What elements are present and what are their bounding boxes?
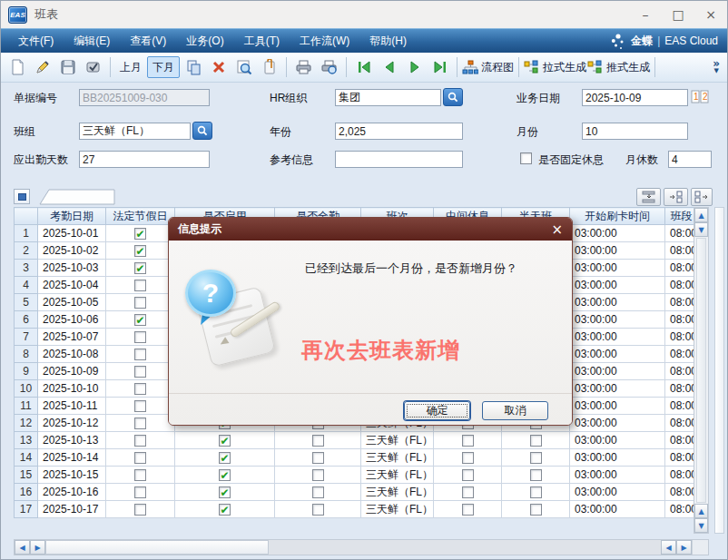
menu-file[interactable]: 文件(F) [8,34,64,49]
checkbox-unchecked[interactable] [312,435,324,447]
checkbox-checked[interactable]: ✔ [219,486,231,498]
edit-button[interactable] [30,55,54,79]
start-card-time-cell[interactable]: 03:00:00 [570,225,665,242]
legal-holiday-checkbox-cell[interactable] [106,329,175,346]
push-generate-button[interactable]: 推式生成 [587,55,650,79]
legal-holiday-checkbox-cell[interactable]: ✔ [106,311,175,329]
checkbox-checked[interactable]: ✔ [219,504,231,516]
team-lookup-button[interactable] [192,122,212,140]
attendance-date-cell[interactable]: 2025-10-01 [38,225,106,242]
half-day-checkbox-cell[interactable] [502,432,570,449]
checkbox-unchecked[interactable] [312,469,324,481]
vertical-scrollbar[interactable]: ▲ ▼ ▲ ▼ [694,207,709,534]
checkbox-unchecked[interactable] [134,452,146,464]
scroll-left-icon[interactable]: ◀ [661,540,676,555]
horizontal-scrollbar[interactable]: ◀ ▶ ◀ ▶ [14,539,709,555]
copy-button[interactable] [181,55,205,79]
checkbox-unchecked[interactable] [530,469,542,481]
legal-holiday-checkbox-cell[interactable]: ✔ [106,225,175,242]
full-attendance-checkbox-cell[interactable] [275,467,361,484]
attendance-date-cell[interactable]: 2025-10-08 [38,346,106,363]
hr-org-field[interactable] [335,89,441,106]
attendance-date-cell[interactable]: 2025-10-05 [38,294,106,311]
attendance-date-cell[interactable]: 2025-10-09 [38,363,106,380]
cancel-button[interactable]: 取消 [482,401,548,420]
legal-holiday-checkbox-cell[interactable] [106,501,175,518]
shift-cell[interactable]: 三天鲜（FL） [361,467,434,484]
detail-tab[interactable] [31,189,116,209]
checkbox-unchecked[interactable] [134,331,146,343]
header-start-card-time[interactable]: 开始刷卡时间 [570,208,665,225]
checkbox-unchecked[interactable] [134,297,146,309]
close-icon[interactable]: × [694,1,727,28]
shift-cell[interactable]: 三天鲜（FL） [361,484,434,501]
checkbox-checked[interactable]: ✔ [134,314,146,326]
pull-generate-button[interactable]: 拉式生成 [524,55,586,79]
start-card-time-cell[interactable]: 03:00:00 [570,294,665,311]
new-button[interactable] [5,55,29,79]
menu-view[interactable]: 查看(V) [120,34,176,49]
scroll-down-icon[interactable]: ▼ [694,518,708,533]
mid-rest-checkbox-cell[interactable] [434,484,502,501]
minimize-icon[interactable]: – [629,1,662,28]
scroll-up-icon[interactable]: ▲ [694,208,708,222]
checkbox-unchecked[interactable] [134,280,146,291]
ok-button[interactable]: 确定 [404,401,470,420]
start-card-time-cell[interactable]: 03:00:00 [570,260,665,277]
checkbox-unchecked[interactable] [530,435,542,447]
checkbox-unchecked[interactable] [462,452,474,464]
checkbox-unchecked[interactable] [134,435,146,447]
scroll-down-icon[interactable]: ▼ [694,222,708,237]
half-day-checkbox-cell[interactable] [502,501,570,518]
attendance-date-cell[interactable]: 2025-10-10 [38,380,106,398]
print-preview-button[interactable] [317,55,341,79]
enabled-checkbox-cell[interactable]: ✔ [175,484,275,501]
legal-holiday-checkbox-cell[interactable]: ✔ [106,242,175,260]
legal-holiday-checkbox-cell[interactable] [106,449,175,467]
hr-org-lookup-button[interactable] [443,88,463,106]
remove-row-button[interactable] [691,188,713,206]
view-button[interactable] [231,55,256,79]
month-rest-field[interactable] [668,151,712,168]
attendance-date-cell[interactable]: 2025-10-03 [38,260,106,277]
prev-month-button[interactable]: 上月 [115,55,146,79]
checkbox-unchecked[interactable] [462,435,474,447]
checkbox-unchecked[interactable] [134,383,146,395]
start-card-time-cell[interactable]: 03:00:00 [570,398,665,415]
start-card-time-cell[interactable]: 03:00:00 [570,329,665,346]
menu-business[interactable]: 业务(O) [176,34,233,49]
checkbox-unchecked[interactable] [134,504,146,516]
start-card-time-cell[interactable]: 03:00:00 [570,277,665,294]
scroll-right-icon[interactable]: ▶ [30,540,45,555]
shift-cell[interactable]: 三天鲜（FL） [361,449,434,467]
full-attendance-checkbox-cell[interactable] [275,484,361,501]
start-card-time-cell[interactable]: 03:00:00 [570,311,665,329]
year-field[interactable] [335,123,463,140]
horizontal-scroll-thumb[interactable] [45,540,269,555]
checkbox-unchecked[interactable] [530,504,542,516]
attendance-date-cell[interactable]: 2025-10-11 [38,398,106,415]
start-card-time-cell[interactable]: 03:00:00 [570,415,665,432]
delete-button[interactable] [206,55,231,79]
biz-date-field[interactable] [582,89,688,106]
print-button[interactable] [291,55,316,79]
checkbox-unchecked[interactable] [462,486,474,498]
checkbox-unchecked[interactable] [312,504,324,516]
checkbox-unchecked[interactable] [134,349,146,360]
legal-holiday-checkbox-cell[interactable] [106,277,175,294]
mid-rest-checkbox-cell[interactable] [434,432,502,449]
table-row[interactable]: 132025-10-13✔三天鲜（FL）03:00:0008:00 [15,432,698,449]
legal-holiday-checkbox-cell[interactable] [106,294,175,311]
next-month-button[interactable]: 下月 [147,56,180,78]
half-day-checkbox-cell[interactable] [502,449,570,467]
start-card-time-cell[interactable]: 03:00:00 [570,432,665,449]
checkbox-unchecked[interactable] [462,469,474,481]
checkbox-unchecked[interactable] [134,469,146,481]
mid-rest-checkbox-cell[interactable] [434,467,502,484]
legal-holiday-checkbox-cell[interactable] [106,398,175,415]
scroll-left-icon[interactable]: ◀ [15,540,30,555]
legal-holiday-checkbox-cell[interactable] [106,415,175,432]
attendance-date-cell[interactable]: 2025-10-02 [38,242,106,260]
checkbox-unchecked[interactable] [134,418,146,429]
attendance-date-cell[interactable]: 2025-10-14 [38,449,106,467]
